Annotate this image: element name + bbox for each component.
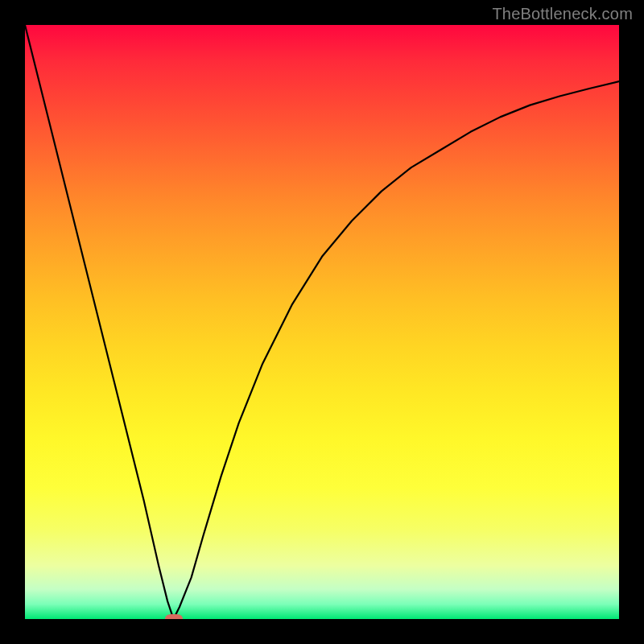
watermark-text: TheBottleneck.com [492,5,633,23]
bottleneck-curve [25,25,619,619]
chart-frame: TheBottleneck.com [0,0,644,644]
optimum-marker [165,614,183,619]
plot-area [25,25,619,619]
